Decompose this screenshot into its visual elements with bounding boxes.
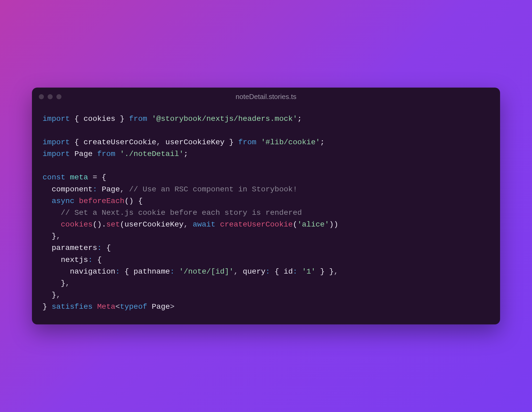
window-titlebar: noteDetail.stories.ts: [32, 88, 500, 106]
window-title: noteDetail.stories.ts: [32, 93, 500, 101]
kw-import: import: [43, 114, 70, 123]
code-window: noteDetail.stories.ts import { cookies }…: [32, 88, 500, 325]
minimize-icon[interactable]: [48, 94, 53, 99]
traffic-lights: [39, 94, 61, 99]
close-icon[interactable]: [39, 94, 44, 99]
code-block: import { cookies } from '@storybook/next…: [32, 106, 500, 325]
maximize-icon[interactable]: [56, 94, 61, 99]
